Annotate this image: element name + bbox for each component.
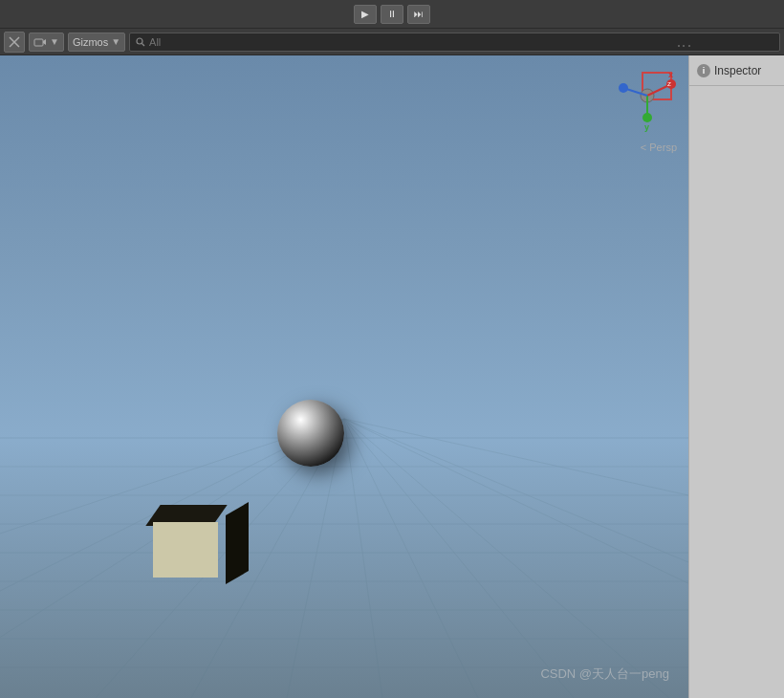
svg-line-21 <box>344 419 574 698</box>
scene-gizmo[interactable]: x y z <box>602 65 679 142</box>
scene-sphere <box>277 400 344 467</box>
svg-rect-2 <box>34 39 43 46</box>
gizmos-label: Gizmos <box>73 36 108 48</box>
svg-line-27 <box>344 419 688 562</box>
svg-point-37 <box>619 83 628 93</box>
persp-label: < Persp <box>641 142 677 153</box>
scene-grid <box>0 55 688 698</box>
top-toolbar: ▶ ⏸ ⏭ <box>0 0 784 29</box>
camera-dropdown[interactable]: ▼ <box>29 33 64 52</box>
svg-line-26 <box>344 419 688 495</box>
inspector-header: i Inspector <box>689 55 784 86</box>
watermark: CSDN @天人台一peng <box>540 665 669 683</box>
gizmos-dropdown[interactable]: Gizmos ▼ <box>68 33 125 52</box>
svg-text:z: z <box>667 79 671 88</box>
play-button[interactable]: ▶ <box>354 5 377 24</box>
tools-icon-button[interactable] <box>4 32 25 53</box>
svg-line-5 <box>142 43 145 46</box>
search-icon <box>136 37 145 47</box>
svg-text:y: y <box>644 122 649 132</box>
pause-button[interactable]: ⏸ <box>381 5 403 24</box>
svg-line-22 <box>344 419 669 698</box>
info-icon: i <box>697 64 710 77</box>
svg-line-20 <box>344 419 478 698</box>
step-button[interactable]: ⏭ <box>407 5 430 24</box>
svg-point-34 <box>642 113 652 122</box>
svg-point-4 <box>137 38 142 44</box>
second-toolbar: ▼ Gizmos ▼ <box>0 29 784 55</box>
more-options-icon[interactable]: ⋮ <box>680 38 687 50</box>
inspector-title: Inspector <box>714 64 761 77</box>
main-content: x y z < Persp CSDN @天人台一peng ⋮ i Inspect… <box>0 55 784 698</box>
scene-cube <box>143 505 249 591</box>
inspector-panel: i Inspector <box>688 55 784 698</box>
scene-viewport[interactable]: x y z < Persp CSDN @天人台一peng <box>0 55 688 698</box>
svg-text:x: x <box>668 70 673 79</box>
svg-line-19 <box>344 419 382 698</box>
